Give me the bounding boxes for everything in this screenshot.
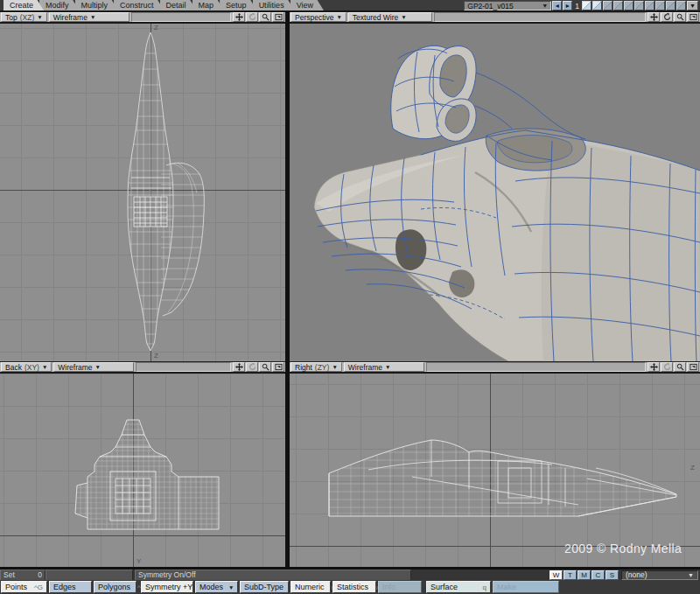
edges-mode-button[interactable]: Edges: [49, 581, 92, 593]
object-name: GP2-01_v015: [467, 2, 513, 10]
button-label: Modes: [200, 583, 223, 591]
object-name-dropdown[interactable]: GP2-01_v015 ▼: [464, 1, 551, 10]
top-render-mode-dropdown[interactable]: Wireframe ▼: [49, 12, 130, 22]
hint-cell: Symmetry On/Off: [135, 570, 411, 581]
rotate-icon[interactable]: [661, 12, 673, 22]
chevron-down-icon: ▼: [95, 364, 101, 370]
zoom-icon[interactable]: [674, 12, 686, 22]
top-menu-bar: Create Modify Multiply Construct Detail …: [0, 0, 700, 11]
tool-hint-text: Symmetry On/Off: [138, 570, 196, 579]
button-label: Make: [497, 583, 516, 591]
next-object-button[interactable]: ▸: [563, 1, 572, 10]
layer-button-6[interactable]: [634, 1, 644, 10]
back-render-mode-dropdown[interactable]: Wireframe ▼: [53, 362, 134, 372]
button-label: Info: [382, 583, 396, 591]
top-viewport-tools: [233, 12, 284, 22]
subd-type-dropdown[interactable]: SubD-Type ▼: [240, 581, 289, 593]
layer-button-7[interactable]: [645, 1, 654, 10]
menu-tab-modify[interactable]: Modify: [39, 0, 80, 10]
render-mode: Textured Wire: [353, 13, 398, 22]
menu-tab-construct[interactable]: Construct: [114, 0, 164, 10]
perspective-view-type-dropdown[interactable]: Perspective ▼: [290, 12, 346, 22]
shortcut-label: ^G: [27, 584, 43, 591]
chevron-down-icon: ▼: [332, 364, 337, 370]
zoom-icon[interactable]: [259, 12, 271, 22]
perspective-shaded-model: [290, 24, 700, 361]
button-label: Edges: [53, 583, 76, 591]
right-viewport-tools: [648, 362, 699, 372]
maximize-viewport-icon[interactable]: [272, 12, 284, 22]
layer-button-3[interactable]: [603, 1, 612, 10]
top-view-type-dropdown[interactable]: Top (XZ) ▼: [1, 12, 47, 22]
header-spacer: [434, 12, 646, 22]
render-mode: Wireframe: [58, 363, 92, 372]
back-view-type-dropdown[interactable]: Back (XY) ▼: [1, 362, 52, 372]
statistics-panel-button[interactable]: Statistics w: [332, 581, 376, 593]
chevron-down-icon: ▼: [401, 14, 406, 20]
numeric-panel-button[interactable]: Numeric n: [290, 581, 331, 593]
vmap-color-button[interactable]: C: [592, 570, 605, 580]
viewport-divider[interactable]: [285, 11, 290, 567]
zoom-icon[interactable]: [674, 362, 686, 372]
points-mode-button[interactable]: Points ^G: [1, 581, 47, 593]
rotate-icon: [246, 362, 258, 372]
menu-tab-setup[interactable]: Setup: [220, 0, 257, 10]
surface-button[interactable]: Surface q: [426, 581, 491, 593]
prev-object-button[interactable]: ◂: [552, 1, 562, 10]
menu-tab-create[interactable]: Create: [4, 0, 44, 10]
pan-icon[interactable]: [233, 12, 245, 22]
menu-tab-map[interactable]: Map: [192, 0, 225, 10]
chevron-down-icon: ▼: [336, 14, 341, 20]
chevron-down-icon: ▼: [385, 364, 390, 370]
top-viewport[interactable]: Z Z: [0, 24, 285, 361]
menu-tab-multiply[interactable]: Multiply: [75, 0, 119, 10]
layer-list-dropdown[interactable]: ▼: [687, 1, 698, 10]
right-view-type-dropdown[interactable]: Right (ZY) ▼: [290, 362, 342, 372]
maximize-viewport-icon[interactable]: [687, 362, 699, 372]
vmap-weight-button[interactable]: W: [550, 570, 563, 580]
right-render-mode-dropdown[interactable]: Wireframe ▼: [344, 362, 424, 372]
menu-tab-utilities[interactable]: Utilities: [253, 0, 295, 10]
layer-button-8[interactable]: [655, 1, 665, 10]
back-viewport[interactable]: Y: [0, 374, 285, 567]
chevron-down-icon: ▼: [688, 572, 694, 578]
modes-dropdown[interactable]: Modes ▼: [195, 581, 238, 593]
perspective-viewport[interactable]: [290, 24, 700, 361]
layer-button-5[interactable]: [624, 1, 634, 10]
layer-button-1[interactable]: [582, 1, 592, 10]
maximize-viewport-icon[interactable]: [272, 362, 284, 372]
menu-tab-view[interactable]: View: [290, 0, 324, 10]
layer-bank-number: 1: [573, 2, 581, 10]
view-name: Right: [295, 363, 312, 372]
perspective-render-mode-dropdown[interactable]: Textured Wire ▼: [348, 12, 432, 22]
top-view-wireframe: [0, 24, 285, 361]
right-viewport[interactable]: Z: [290, 374, 700, 567]
vmap-select-dropdown[interactable]: (none) ▼: [621, 570, 698, 580]
right-viewport-header: Right (ZY) ▼ Wireframe ▼: [290, 361, 700, 373]
layer-button-9[interactable]: [666, 1, 676, 10]
view-name: Back: [5, 363, 22, 372]
layer-button-4[interactable]: [613, 1, 623, 10]
watermark-credit: 2009 © Rodny Mella: [564, 542, 682, 556]
vmap-morph-button[interactable]: M: [578, 570, 591, 580]
header-spacer: [131, 12, 231, 22]
symmetry-button[interactable]: Symmetry +Y: [141, 581, 193, 593]
render-mode: Wireframe: [348, 363, 382, 372]
shortcut-label: q: [476, 584, 486, 591]
back-viewport-header: Back (XY) ▼ Wireframe ▼: [0, 361, 285, 373]
vmap-texture-button[interactable]: T: [564, 570, 577, 580]
pan-icon[interactable]: [233, 362, 245, 372]
pan-icon[interactable]: [648, 362, 660, 372]
pan-icon[interactable]: [648, 12, 660, 22]
layer-button-10[interactable]: [676, 1, 686, 10]
chevron-down-icon: ▼: [42, 364, 47, 370]
zoom-icon[interactable]: [259, 362, 271, 372]
view-axis: (ZY): [315, 363, 330, 372]
polygons-mode-button[interactable]: Polygons ^H: [94, 581, 136, 593]
maximize-viewport-icon[interactable]: [687, 12, 699, 22]
button-label: Numeric: [295, 583, 325, 591]
menu-tab-detail[interactable]: Detail: [160, 0, 197, 10]
layer-button-2[interactable]: [592, 1, 602, 10]
menu-tabs: Create Modify Multiply Construct Detail …: [0, 0, 319, 10]
vmap-selection-button[interactable]: S: [606, 570, 619, 580]
